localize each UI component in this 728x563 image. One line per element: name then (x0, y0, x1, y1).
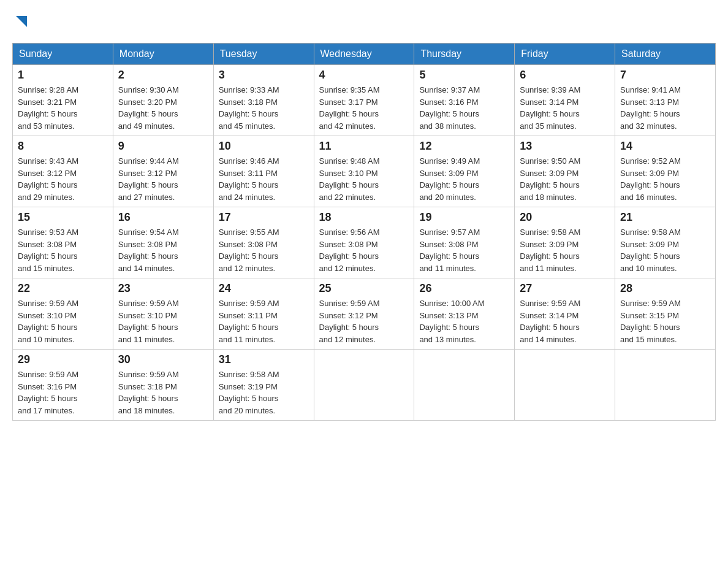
calendar-cell: 11 Sunrise: 9:48 AM Sunset: 3:10 PM Dayl… (314, 136, 414, 207)
calendar-week-row: 22 Sunrise: 9:59 AM Sunset: 3:10 PM Dayl… (13, 278, 716, 350)
calendar-cell: 25 Sunrise: 9:59 AM Sunset: 3:12 PM Dayl… (314, 278, 414, 350)
day-number: 17 (219, 211, 309, 224)
day-number: 29 (18, 353, 108, 366)
calendar-cell: 28 Sunrise: 9:59 AM Sunset: 3:15 PM Dayl… (615, 278, 716, 350)
day-info: Sunrise: 9:41 AM Sunset: 3:13 PM Dayligh… (620, 84, 710, 132)
day-number: 7 (620, 69, 710, 82)
day-info: Sunrise: 9:56 AM Sunset: 3:08 PM Dayligh… (319, 226, 409, 274)
day-info: Sunrise: 9:49 AM Sunset: 3:09 PM Dayligh… (419, 155, 509, 203)
calendar-cell: 7 Sunrise: 9:41 AM Sunset: 3:13 PM Dayli… (615, 65, 716, 136)
day-number: 22 (18, 282, 108, 295)
day-number: 2 (118, 69, 208, 82)
calendar-cell: 29 Sunrise: 9:59 AM Sunset: 3:16 PM Dayl… (13, 350, 113, 421)
day-info: Sunrise: 9:43 AM Sunset: 3:12 PM Dayligh… (18, 155, 108, 203)
svg-marker-0 (16, 16, 27, 27)
calendar-cell (515, 350, 615, 421)
day-number: 31 (219, 353, 309, 366)
day-info: Sunrise: 9:28 AM Sunset: 3:21 PM Dayligh… (18, 84, 108, 132)
day-info: Sunrise: 9:44 AM Sunset: 3:12 PM Dayligh… (118, 155, 208, 203)
day-number: 5 (419, 69, 509, 82)
day-info: Sunrise: 9:46 AM Sunset: 3:11 PM Dayligh… (219, 155, 309, 203)
calendar-cell: 1 Sunrise: 9:28 AM Sunset: 3:21 PM Dayli… (13, 65, 113, 136)
calendar-cell: 17 Sunrise: 9:55 AM Sunset: 3:08 PM Dayl… (213, 207, 314, 278)
calendar-cell (314, 350, 414, 421)
day-number: 1 (18, 69, 108, 82)
calendar-cell: 26 Sunrise: 10:00 AM Sunset: 3:13 PM Day… (414, 278, 515, 350)
weekday-header-saturday: Saturday (615, 44, 716, 65)
calendar-cell: 23 Sunrise: 9:59 AM Sunset: 3:10 PM Dayl… (113, 278, 213, 350)
day-info: Sunrise: 10:00 AM Sunset: 3:13 PM Daylig… (419, 297, 509, 345)
page-header (12, 12, 716, 31)
day-info: Sunrise: 9:35 AM Sunset: 3:17 PM Dayligh… (319, 84, 409, 132)
weekday-header-sunday: Sunday (13, 44, 113, 65)
day-number: 19 (419, 211, 509, 224)
calendar-cell: 24 Sunrise: 9:59 AM Sunset: 3:11 PM Dayl… (213, 278, 314, 350)
day-number: 30 (118, 353, 208, 366)
calendar-week-row: 15 Sunrise: 9:53 AM Sunset: 3:08 PM Dayl… (13, 207, 716, 278)
calendar-cell: 15 Sunrise: 9:53 AM Sunset: 3:08 PM Dayl… (13, 207, 113, 278)
day-info: Sunrise: 9:50 AM Sunset: 3:09 PM Dayligh… (520, 155, 610, 203)
day-info: Sunrise: 9:59 AM Sunset: 3:16 PM Dayligh… (18, 369, 108, 416)
calendar-cell (414, 350, 515, 421)
day-number: 14 (620, 140, 710, 153)
calendar-cell: 6 Sunrise: 9:39 AM Sunset: 3:14 PM Dayli… (515, 65, 615, 136)
calendar-cell: 20 Sunrise: 9:58 AM Sunset: 3:09 PM Dayl… (515, 207, 615, 278)
day-number: 12 (419, 140, 509, 153)
weekday-header-wednesday: Wednesday (314, 44, 414, 65)
day-number: 26 (419, 282, 509, 295)
calendar-cell: 2 Sunrise: 9:30 AM Sunset: 3:20 PM Dayli… (113, 65, 213, 136)
calendar-cell: 9 Sunrise: 9:44 AM Sunset: 3:12 PM Dayli… (113, 136, 213, 207)
day-info: Sunrise: 9:58 AM Sunset: 3:09 PM Dayligh… (620, 226, 710, 274)
day-info: Sunrise: 9:55 AM Sunset: 3:08 PM Dayligh… (219, 226, 309, 274)
calendar-cell: 13 Sunrise: 9:50 AM Sunset: 3:09 PM Dayl… (515, 136, 615, 207)
calendar-week-row: 29 Sunrise: 9:59 AM Sunset: 3:16 PM Dayl… (13, 350, 716, 421)
day-info: Sunrise: 9:52 AM Sunset: 3:09 PM Dayligh… (620, 155, 710, 203)
day-number: 4 (319, 69, 409, 82)
day-number: 11 (319, 140, 409, 153)
day-info: Sunrise: 9:59 AM Sunset: 3:18 PM Dayligh… (118, 369, 208, 416)
day-info: Sunrise: 9:57 AM Sunset: 3:08 PM Dayligh… (419, 226, 509, 274)
day-info: Sunrise: 9:59 AM Sunset: 3:10 PM Dayligh… (18, 297, 108, 345)
calendar-cell: 3 Sunrise: 9:33 AM Sunset: 3:18 PM Dayli… (213, 65, 314, 136)
calendar-cell: 14 Sunrise: 9:52 AM Sunset: 3:09 PM Dayl… (615, 136, 716, 207)
weekday-header-friday: Friday (515, 44, 615, 65)
day-number: 27 (520, 282, 610, 295)
calendar-cell: 18 Sunrise: 9:56 AM Sunset: 3:08 PM Dayl… (314, 207, 414, 278)
calendar-cell: 4 Sunrise: 9:35 AM Sunset: 3:17 PM Dayli… (314, 65, 414, 136)
day-info: Sunrise: 9:58 AM Sunset: 3:09 PM Dayligh… (520, 226, 610, 274)
calendar-header-row: SundayMondayTuesdayWednesdayThursdayFrid… (13, 44, 716, 65)
calendar-week-row: 8 Sunrise: 9:43 AM Sunset: 3:12 PM Dayli… (13, 136, 716, 207)
day-info: Sunrise: 9:37 AM Sunset: 3:16 PM Dayligh… (419, 84, 509, 132)
calendar-cell: 8 Sunrise: 9:43 AM Sunset: 3:12 PM Dayli… (13, 136, 113, 207)
day-info: Sunrise: 9:58 AM Sunset: 3:19 PM Dayligh… (219, 369, 309, 416)
weekday-header-monday: Monday (113, 44, 213, 65)
calendar-cell: 19 Sunrise: 9:57 AM Sunset: 3:08 PM Dayl… (414, 207, 515, 278)
day-info: Sunrise: 9:59 AM Sunset: 3:11 PM Dayligh… (219, 297, 309, 345)
day-info: Sunrise: 9:59 AM Sunset: 3:15 PM Dayligh… (620, 297, 710, 345)
day-info: Sunrise: 9:33 AM Sunset: 3:18 PM Dayligh… (219, 84, 309, 132)
calendar-table: SundayMondayTuesdayWednesdayThursdayFrid… (12, 43, 716, 421)
day-info: Sunrise: 9:54 AM Sunset: 3:08 PM Dayligh… (118, 226, 208, 274)
calendar-cell: 10 Sunrise: 9:46 AM Sunset: 3:11 PM Dayl… (213, 136, 314, 207)
day-number: 13 (520, 140, 610, 153)
day-number: 20 (520, 211, 610, 224)
weekday-header-thursday: Thursday (414, 44, 515, 65)
day-number: 18 (319, 211, 409, 224)
calendar-cell: 5 Sunrise: 9:37 AM Sunset: 3:16 PM Dayli… (414, 65, 515, 136)
day-number: 23 (118, 282, 208, 295)
day-info: Sunrise: 9:59 AM Sunset: 3:14 PM Dayligh… (520, 297, 610, 345)
day-number: 8 (18, 140, 108, 153)
day-number: 9 (118, 140, 208, 153)
calendar-cell: 31 Sunrise: 9:58 AM Sunset: 3:19 PM Dayl… (213, 350, 314, 421)
day-number: 24 (219, 282, 309, 295)
day-info: Sunrise: 9:53 AM Sunset: 3:08 PM Dayligh… (18, 226, 108, 274)
day-info: Sunrise: 9:59 AM Sunset: 3:10 PM Dayligh… (118, 297, 208, 345)
calendar-cell: 16 Sunrise: 9:54 AM Sunset: 3:08 PM Dayl… (113, 207, 213, 278)
calendar-cell: 30 Sunrise: 9:59 AM Sunset: 3:18 PM Dayl… (113, 350, 213, 421)
calendar-week-row: 1 Sunrise: 9:28 AM Sunset: 3:21 PM Dayli… (13, 65, 716, 136)
day-info: Sunrise: 9:39 AM Sunset: 3:14 PM Dayligh… (520, 84, 610, 132)
day-info: Sunrise: 9:59 AM Sunset: 3:12 PM Dayligh… (319, 297, 409, 345)
day-number: 3 (219, 69, 309, 82)
day-number: 16 (118, 211, 208, 224)
day-info: Sunrise: 9:30 AM Sunset: 3:20 PM Dayligh… (118, 84, 208, 132)
